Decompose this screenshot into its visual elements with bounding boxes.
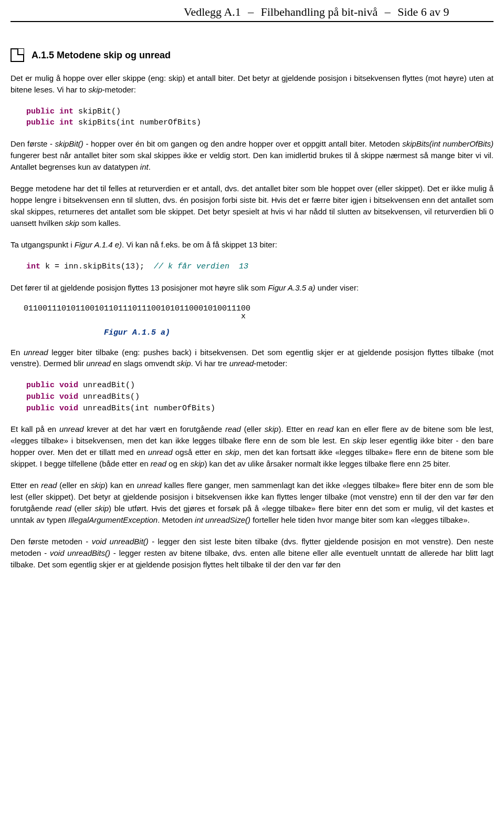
paragraph: Den første - skipBit() - hopper over én … [10, 138, 494, 172]
code-block: int k = inn.skipBits(13); // k får verdi… [26, 261, 494, 273]
paragraph: Etter en read (eller en skip) kan en unr… [10, 480, 494, 525]
paragraph: Ta utgangspunkt i Figur A.1.4 e). Vi kan… [10, 239, 494, 251]
bit-cursor: x [24, 312, 494, 321]
paragraph: En unread legger biter tilbake (eng: pus… [10, 347, 494, 370]
paragraph: Det fører til at gjeldende posisjon flyt… [10, 282, 494, 294]
dash-icon: – [248, 5, 254, 18]
paragraph: Begge metodene har det til felles at ret… [10, 183, 494, 229]
page-header: Vedlegg A.1 – Filbehandling på bit-nivå … [10, 5, 494, 19]
section-title-text: A.1.5 Metodene skip og unread [32, 50, 171, 61]
code-block: public void unreadBit() public void unre… [26, 380, 494, 414]
code-block: public int skipBit() public int skipBits… [26, 106, 494, 129]
paragraph: Et kall på en unread krever at det har v… [10, 423, 494, 469]
header-appendix: Vedlegg A.1 [184, 5, 241, 18]
header-title: Filbehandling på bit-nivå [261, 5, 377, 18]
note-icon [10, 48, 24, 62]
divider [10, 21, 494, 22]
section-title: A.1.5 Metodene skip og unread [10, 48, 494, 62]
dash-icon: – [385, 5, 391, 18]
figure-caption: Figur A.1.5 a) [104, 328, 494, 337]
header-page: Side 6 av 9 [397, 5, 449, 18]
paragraph: Den første metoden - void unreadBit() - … [10, 536, 494, 570]
paragraph: Det er mulig å hoppe over eller skippe (… [10, 72, 494, 96]
